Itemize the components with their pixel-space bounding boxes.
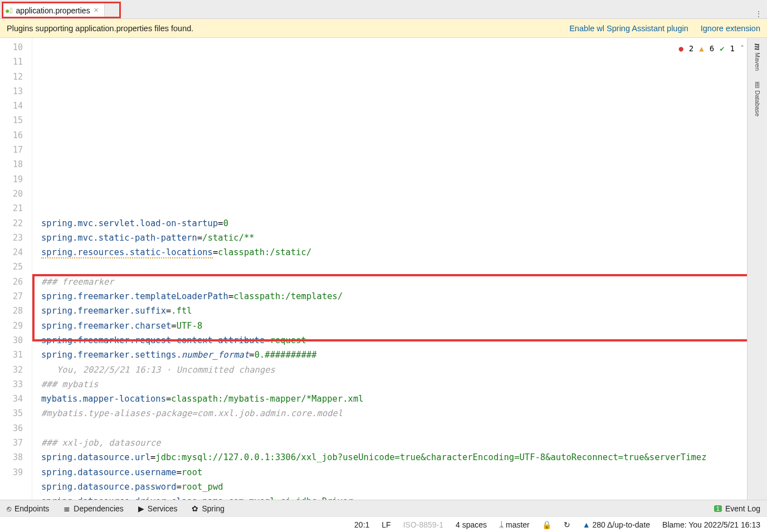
play-icon: ▶ [138,505,144,513]
chevron-up-icon[interactable]: ˄ [740,41,744,56]
spring-leaf-icon: ●⃝ [5,7,13,14]
banner-message: Plugins supporting application.propertie… [7,24,193,33]
code-line[interactable]: ### xxl-job, datasource [41,436,767,450]
tab-filename: application.properties [16,6,90,15]
tool-dependencies[interactable]: ≣Dependencies [63,504,124,513]
status-caret[interactable]: 20:1 [354,520,369,529]
banner-enable-link[interactable]: Enable wl Spring Assistant plugin [569,24,688,33]
code-line[interactable] [41,260,767,274]
status-updates[interactable]: ▲ 280 Δ/up-to-date [583,520,650,529]
eventlog-badge: 1 [714,505,722,512]
status-indent[interactable]: 4 spaces [456,520,487,529]
code-line[interactable] [41,421,767,436]
code-line[interactable]: spring.freemarker.charset=UTF-8 [41,319,767,333]
editor-area: 1011121314151617181920212223242526272829… [0,38,767,500]
code-line[interactable]: spring.resources.static-locations=classp… [41,245,767,260]
inspection-widget[interactable]: ●2 ▲6 ✔1 ˄ ˅ [678,41,754,56]
tool-spring[interactable]: ✿Spring [192,504,224,513]
more-icon[interactable]: ⋮ [755,9,763,18]
code-line[interactable]: spring.freemarker.settings.number_format… [41,348,767,362]
editor-tab[interactable]: ●⃝ application.properties ✕ [0,2,105,18]
endpoints-icon: ⎋ [7,505,11,513]
line-number-gutter[interactable]: 1011121314151617181920212223242526272829… [0,38,32,500]
database-icon: 🗄 [754,82,761,88]
error-icon: ● [678,41,683,56]
code-line[interactable]: ### mybatis [41,377,767,392]
code-line[interactable]: spring.mvc.servlet.load-on-startup=0 [41,216,767,231]
notification-banner: Plugins supporting application.propertie… [0,19,767,38]
rail-database[interactable]: 🗄Database [754,82,761,116]
code-line[interactable]: You, 2022/5/21 16:13 · Uncommitted chang… [41,363,767,377]
code-line[interactable]: spring.datasource.url=jdbc:mysql://127.0… [41,450,767,465]
status-blame[interactable]: Blame: You 2022/5/21 16:13 [662,520,760,529]
layers-icon: ≣ [63,505,70,513]
status-eol[interactable]: LF [382,520,390,529]
status-encoding[interactable]: ISO-8859-1 [403,520,443,529]
weak-count: 1 [730,41,735,56]
spring-icon: ✿ [192,505,198,513]
error-count: 2 [689,41,693,56]
status-branch[interactable]: ᛦ master [499,520,530,529]
code-line[interactable]: #mybatis.type-aliases-package=com.xxl.jo… [41,406,767,421]
rail-maven[interactable]: mMaven [753,43,763,71]
warning-count: 6 [710,41,714,56]
code-line[interactable]: spring.mvc.static-path-pattern=/static/*… [41,231,767,245]
code-editor[interactable]: ●2 ▲6 ✔1 ˄ ˅ spring.mvc.servlet.load-on-… [32,38,767,500]
tool-eventlog[interactable]: 1Event Log [714,504,760,513]
update-icon: ▲ [583,520,593,529]
warning-icon: ▲ [699,41,704,56]
banner-ignore-link[interactable]: Ignore extension [701,24,760,33]
code-line[interactable]: spring.freemarker.request-context-attrib… [41,333,767,348]
lock-icon[interactable]: 🔒 [542,520,551,529]
weak-warning-icon: ✔ [720,41,724,56]
editor-tabs-bar: ●⃝ application.properties ✕ ⋮ [0,0,767,19]
tool-services[interactable]: ▶Services [138,504,178,513]
code-line[interactable]: spring.datasource.driver-class-name=com.… [41,494,767,500]
code-line[interactable]: ### freemarker [41,275,767,289]
status-bar: 20:1 LF ISO-8859-1 4 spaces ᛦ master 🔒 ↻… [0,516,767,532]
right-tool-rail: mMaven 🗄Database [747,38,767,500]
code-line[interactable]: spring.freemarker.templateLoaderPath=cla… [41,289,767,304]
code-line[interactable]: spring.datasource.password=root_pwd [41,480,767,494]
close-icon[interactable]: ✕ [94,7,99,14]
code-line[interactable]: mybatis.mapper-locations=classpath:/myba… [41,392,767,406]
maven-icon: m [753,43,763,50]
branch-icon: ᛦ [499,520,506,529]
bottom-toolwindow-bar: ⎋Endpoints ≣Dependencies ▶Services ✿Spri… [0,500,767,516]
code-line[interactable]: spring.freemarker.suffix=.ftl [41,304,767,318]
code-line[interactable]: spring.datasource.username=root [41,465,767,480]
tool-endpoints[interactable]: ⎋Endpoints [7,504,49,513]
sync-icon[interactable]: ↻ [564,520,570,529]
